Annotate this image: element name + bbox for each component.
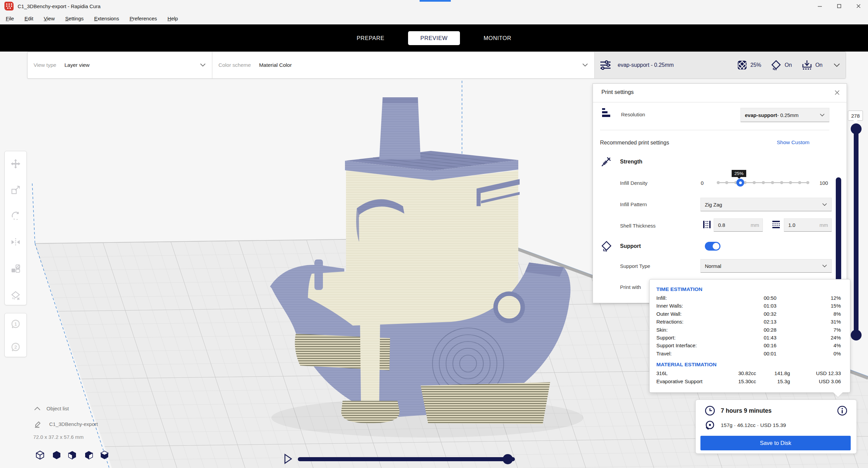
sliders-icon [600, 60, 611, 70]
support-type-value: Normal [705, 263, 721, 269]
timeline-slider-track[interactable] [298, 457, 515, 461]
tab-prepare[interactable]: PREPARE [349, 31, 393, 45]
infill-density-handle[interactable] [736, 179, 744, 187]
per-model-settings-icon[interactable] [11, 264, 21, 274]
info-icon[interactable] [837, 405, 848, 416]
chevron-down-icon [582, 63, 588, 67]
strength-section-label: Strength [620, 159, 642, 165]
infill-density-slider[interactable]: 25% [717, 182, 809, 183]
top-accent-bar [420, 0, 451, 2]
window-title: C1_3DBenchy-export - Rapidia Cura [18, 3, 100, 9]
layer-slider-top-handle[interactable] [851, 123, 862, 134]
close-button[interactable] [849, 0, 868, 12]
top-bottom-thickness-input[interactable] [784, 222, 817, 228]
view-type-dropdown[interactable]: View type Layer view [27, 52, 212, 78]
time-row: Support:01:4324% [656, 334, 841, 342]
infill-pattern-value: Zig Zag [705, 202, 722, 208]
material-spool-icon [705, 420, 715, 431]
extruder-2-button[interactable]: 2 [11, 342, 21, 352]
support-toggle[interactable] [705, 242, 720, 251]
support-type-dropdown[interactable]: Normal [700, 259, 832, 273]
shell-thickness-label: Shell Thickness [620, 223, 656, 229]
menu-file[interactable]: File [6, 16, 14, 21]
menu-edit[interactable]: Edit [24, 16, 33, 21]
print-settings-summary[interactable]: evap-support - 0.25mm 25% [595, 52, 846, 78]
porthole [496, 294, 523, 321]
infill-min-label: 0 [701, 180, 703, 186]
support-blocker-icon[interactable] [11, 291, 21, 301]
object-list-toggle[interactable]: Object list [46, 406, 69, 411]
strength-icon [601, 156, 612, 167]
time-row: Inner Walls:01:0315% [656, 302, 841, 310]
top-bottom-thickness-field[interactable]: mm [784, 218, 832, 232]
wall-thickness-input[interactable] [714, 222, 748, 228]
stage-header: PREPARE PREVIEW MONITOR [0, 24, 868, 52]
view-left-button[interactable] [84, 450, 94, 460]
support-type-label: Support Type [620, 263, 650, 269]
color-scheme-value: Material Color [259, 62, 292, 68]
menu-help[interactable]: Help [168, 16, 178, 21]
resolution-dropdown[interactable]: evap-support - 0.25mm [740, 108, 829, 122]
save-to-disk-button[interactable]: Save to Disk [700, 436, 851, 450]
menu-preferences[interactable]: Preferences [130, 16, 157, 21]
view-type-label: View type [34, 62, 56, 68]
view-type-value: Layer view [64, 62, 90, 68]
extruder-1-button[interactable]: 1 [11, 319, 21, 329]
layer-slider-track[interactable] [854, 129, 859, 335]
scale-tool-icon[interactable] [11, 185, 21, 195]
menu-settings[interactable]: Settings [65, 16, 83, 21]
time-row: Travel:00:010% [656, 350, 841, 357]
rotate-tool-icon[interactable] [11, 211, 21, 221]
view-right-button[interactable] [99, 450, 110, 460]
infill-pattern-label: Infill Pattern [620, 201, 647, 207]
layer-slider-bottom-handle[interactable] [851, 330, 862, 340]
object-name[interactable]: C1_3DBenchy-export [49, 421, 98, 427]
material-row: 316L30.82cc141.8gUSD 12.33 [656, 369, 841, 377]
menu-extensions[interactable]: Extensions [94, 16, 119, 21]
cabin-window-post [477, 189, 481, 206]
top-bottom-thickness-unit: mm [819, 222, 828, 228]
chevron-up-icon[interactable] [34, 406, 41, 411]
move-tool-icon[interactable] [11, 159, 21, 169]
support-icon [771, 60, 782, 71]
color-scheme-dropdown[interactable]: Color scheme Material Color [212, 52, 595, 78]
clock-icon [705, 405, 715, 416]
top-bottom-thickness-icon [772, 220, 780, 229]
view-top-button[interactable] [67, 450, 77, 460]
view-3d-button[interactable] [35, 450, 45, 460]
view-front-button[interactable] [52, 450, 62, 460]
object-dimensions: 72.0 x 37.2 x 57.6 mm [33, 434, 83, 440]
show-custom-link[interactable]: Show Custom [777, 139, 809, 145]
support-state: On [785, 62, 792, 68]
pencil-icon [34, 420, 42, 428]
mast [314, 259, 323, 290]
print-with-label: Print with [620, 284, 641, 290]
tab-monitor[interactable]: MONITOR [476, 31, 520, 45]
infill-pattern-dropdown[interactable]: Zig Zag [700, 198, 832, 211]
app-logo-icon [4, 2, 14, 11]
model-tools-panel [4, 151, 27, 305]
extruder-panel: 1 2 [4, 313, 27, 357]
support-pillar [359, 217, 381, 401]
wall-thickness-icon [702, 220, 711, 229]
panel-title: Print settings [601, 89, 634, 95]
mirror-tool-icon[interactable] [11, 237, 21, 247]
active-profile: evap-support - 0.25mm [618, 62, 674, 68]
menu-view[interactable]: View [44, 16, 55, 21]
print-duration: 7 hours 9 minutes [721, 407, 772, 414]
wall-thickness-field[interactable]: mm [714, 218, 763, 232]
maximize-button[interactable] [829, 0, 849, 12]
adhesion-icon [802, 60, 812, 71]
chevron-down-icon [822, 203, 827, 207]
infill-percentage: 25% [750, 62, 761, 68]
tab-preview[interactable]: PREVIEW [408, 31, 460, 45]
chevron-down-icon[interactable] [833, 63, 840, 67]
panel-close-icon[interactable] [832, 88, 842, 97]
infill-density-tooltip: 25% [732, 170, 746, 177]
layer-number-tooltip: 278 [848, 111, 863, 121]
minimize-button[interactable] [810, 0, 829, 12]
output-action-panel: 7 hours 9 minutes 157g · 46.12cc · USD 1… [695, 399, 857, 454]
play-button[interactable] [284, 453, 293, 464]
resolution-value-height: - 0.25mm [777, 112, 798, 118]
timeline-slider-handle[interactable] [503, 454, 513, 464]
